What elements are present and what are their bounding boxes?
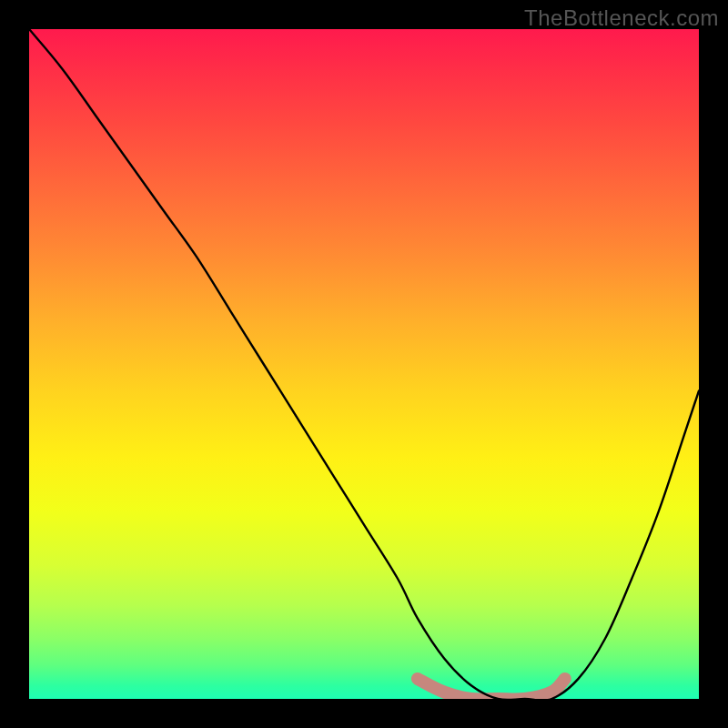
bottleneck-curve: [29, 29, 699, 699]
chart-svg: [29, 29, 699, 699]
watermark-text: TheBottleneck.com: [524, 5, 719, 31]
chart-frame: TheBottleneck.com: [0, 0, 728, 728]
plot-area: [29, 29, 699, 699]
